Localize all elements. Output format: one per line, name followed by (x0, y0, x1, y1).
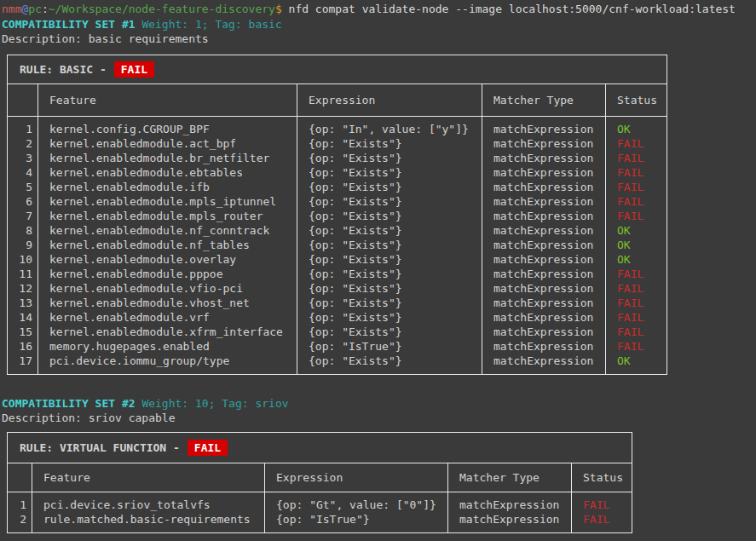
column-header-feature: Feature (32, 463, 265, 492)
status-cell: FAIL (572, 512, 632, 533)
feature-cell: pci.device.iommu_group/type (38, 354, 297, 375)
table-row: 3kernel.enabledmodule.br_netfilter{op: "… (8, 151, 667, 165)
status-cell: FAIL (606, 281, 667, 296)
compat-set-2-description: Description: sriov capable (2, 411, 756, 425)
status-cell: FAIL (606, 165, 667, 180)
feature-cell: kernel.enabledmodule.ifb (38, 180, 297, 194)
feature-cell: kernel.enabledmodule.act_bpf (38, 136, 297, 151)
table-row: 14kernel.enabledmodule.vrf{op: "Exists"}… (8, 310, 667, 325)
rule-header-cell: RULE: BASIC -FAIL (8, 55, 667, 84)
table-row: 8kernel.enabledmodule.nf_conntrack{op: "… (8, 223, 667, 238)
matcher-type-cell: matchExpression (482, 209, 606, 223)
expression-cell: {op: "Exists"} (297, 136, 482, 151)
column-header-num (8, 463, 32, 492)
feature-cell: kernel.enabledmodule.nf_tables (38, 238, 297, 252)
table-row: 16memory.hugepages.enabled{op: "IsTrue"}… (8, 339, 667, 354)
expression-cell: {op: "Exists"} (297, 238, 482, 252)
column-header-status: Status (606, 84, 667, 117)
terminal-window[interactable]: { "prompt": { "user": "nmm", "at": "@", … (0, 0, 756, 541)
table-row: 1kernel.config.CGROUP_BPF{op: "In", valu… (8, 117, 667, 137)
matcher-type-cell: matchExpression (482, 281, 606, 296)
matcher-type-cell: matchExpression (448, 512, 572, 533)
prompt-colon: : (42, 3, 49, 15)
prompt-line: nmm@pc:~/Workspace/node-feature-discover… (2, 2, 756, 17)
expression-cell: {op: "Exists"} (297, 151, 482, 165)
rule-table-virtual-function: RULE: VIRTUAL FUNCTION -FAIL Feature Exp… (7, 432, 632, 533)
table-row: 5kernel.enabledmodule.ifb{op: "Exists"}m… (8, 180, 667, 194)
status-cell: FAIL (606, 325, 667, 339)
status-cell: OK (606, 223, 667, 238)
column-header-expression: Expression (265, 463, 448, 492)
rule-label: RULE: VIRTUAL FUNCTION - (20, 441, 180, 454)
status-cell: FAIL (606, 180, 667, 194)
expression-cell: {op: "Exists"} (297, 194, 482, 209)
status-cell: FAIL (606, 310, 667, 325)
feature-cell: kernel.enabledmodule.ebtables (38, 165, 297, 180)
table-row: 17pci.device.iommu_group/type{op: "Exist… (8, 354, 667, 375)
prompt-dollar: $ (275, 3, 282, 15)
matcher-type-cell: matchExpression (482, 252, 606, 267)
column-header-num (8, 84, 38, 117)
expression-cell: {op: "IsTrue"} (297, 339, 482, 354)
expression-cell: {op: "Exists"} (297, 267, 482, 281)
table-row: 4kernel.enabledmodule.ebtables{op: "Exis… (8, 165, 667, 180)
rule-label: RULE: BASIC - (20, 63, 107, 76)
compat-set-1-heading: COMPATIBILITY SET #1 Weight: 1; Tag: bas… (2, 17, 756, 32)
row-number: 15 (8, 325, 38, 339)
matcher-type-cell: matchExpression (482, 180, 606, 194)
rule-table-body: 1pci.device.sriov_totalvfs{op: "Gt", val… (8, 492, 632, 533)
prompt-user: nmm (2, 3, 21, 15)
rule-status-badge: FAIL (114, 61, 154, 78)
matcher-type-cell: matchExpression (482, 339, 606, 354)
feature-cell: kernel.enabledmodule.vfio-pci (38, 281, 297, 296)
column-header-matcher-type: Matcher Type (482, 84, 606, 117)
row-number: 2 (8, 512, 32, 533)
row-number: 3 (8, 151, 38, 165)
table-row: 9kernel.enabledmodule.nf_tables{op: "Exi… (8, 238, 667, 252)
status-cell: FAIL (606, 151, 667, 165)
matcher-type-cell: matchExpression (482, 151, 606, 165)
status-cell: OK (606, 354, 667, 375)
matcher-type-cell: matchExpression (482, 267, 606, 281)
expression-cell: {op: "Exists"} (297, 325, 482, 339)
status-cell: OK (606, 117, 667, 137)
status-cell: FAIL (606, 296, 667, 310)
expression-cell: {op: "Exists"} (297, 165, 482, 180)
row-number: 5 (8, 180, 38, 194)
feature-cell: pci.device.sriov_totalvfs (32, 492, 265, 513)
table-row: 6kernel.enabledmodule.mpls_iptunnel{op: … (8, 194, 667, 209)
column-header-row: Feature Expression Matcher Type Status (8, 84, 667, 117)
compat-set-1-meta: Weight: 1; Tag: basic (141, 18, 281, 31)
status-cell: OK (606, 238, 667, 252)
rule-header-cell: RULE: VIRTUAL FUNCTION -FAIL (8, 433, 632, 463)
compat-set-2-heading: COMPATIBILITY SET #2 Weight: 10; Tag: sr… (2, 396, 756, 411)
table-row: 12kernel.enabledmodule.vfio-pci{op: "Exi… (8, 281, 667, 296)
expression-cell: {op: "Exists"} (297, 310, 482, 325)
column-header-matcher-type: Matcher Type (448, 463, 572, 492)
feature-cell: kernel.enabledmodule.mpls_iptunnel (38, 194, 297, 209)
row-number: 7 (8, 209, 38, 223)
rule-status-badge: FAIL (188, 440, 228, 456)
expression-cell: {op: "Gt", value: ["0"]} (265, 492, 448, 513)
rule-header-row: RULE: VIRTUAL FUNCTION -FAIL (8, 433, 632, 463)
feature-cell: kernel.enabledmodule.br_netfilter (38, 151, 297, 165)
matcher-type-cell: matchExpression (482, 117, 606, 137)
expression-cell: {op: "Exists"} (297, 223, 482, 238)
compat-set-1-title: COMPATIBILITY SET #1 (2, 18, 136, 31)
row-number: 16 (8, 339, 38, 354)
matcher-type-cell: matchExpression (482, 310, 606, 325)
expression-cell: {op: "Exists"} (297, 180, 482, 194)
table-row: 10kernel.enabledmodule.overlay{op: "Exis… (8, 252, 667, 267)
status-cell: FAIL (606, 194, 667, 209)
expression-cell: {op: "Exists"} (297, 354, 482, 375)
row-number: 11 (8, 267, 38, 281)
row-number: 10 (8, 252, 38, 267)
column-header-row: Feature Expression Matcher Type Status (8, 463, 632, 492)
row-number: 4 (8, 165, 38, 180)
expression-cell: {op: "IsTrue"} (265, 512, 448, 533)
row-number: 9 (8, 238, 38, 252)
status-cell: FAIL (572, 492, 632, 513)
feature-cell: kernel.enabledmodule.mpls_router (38, 209, 297, 223)
expression-cell: {op: "In", value: ["y"]} (297, 117, 482, 137)
table-row: 15kernel.enabledmodule.xfrm_interface{op… (8, 325, 667, 339)
